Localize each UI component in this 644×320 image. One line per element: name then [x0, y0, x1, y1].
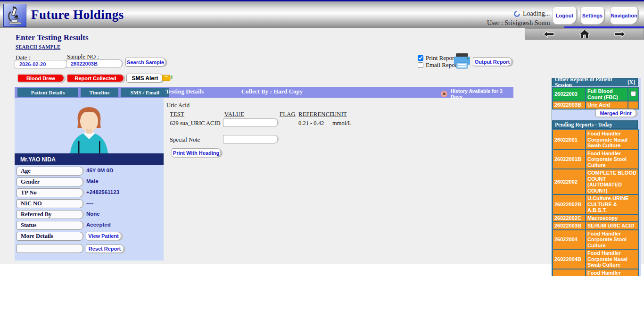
report-name: Food Handler Corporate Stool Culture [586, 269, 638, 277]
reset-report-button[interactable]: Reset Report [86, 244, 124, 253]
collect-by-label: Collect By : Hard Copy [241, 88, 303, 95]
test-reference: 0.21 - 0.42 [298, 120, 324, 127]
pending-reports-header: Pending Reports - Today [552, 120, 638, 129]
pending-report-row[interactable]: 26022001B Food Handler Corporate Stool C… [553, 150, 638, 169]
report-name: SERUM URIC ACID [586, 222, 638, 230]
tab-timeline[interactable]: Timeline [81, 88, 118, 97]
other-reports-title: Other Reports of Patient Session [555, 78, 627, 88]
sms-alert-button[interactable]: SMS Alert [126, 74, 164, 83]
report-name: Macroscopy [586, 214, 638, 222]
blood-drew-button[interactable]: Blood Drew [17, 74, 65, 83]
envelope-icon [162, 74, 173, 82]
merged-print-button[interactable]: Merged Print [595, 109, 637, 117]
pending-reports-table: 26022001 Food Handler Corporate Nasal Sw… [552, 129, 639, 276]
pending-report-row[interactable]: 26022002C Macroscopy [553, 214, 638, 222]
report-name: U.Culture-URINE CULTURE & A.B.S.T. [586, 194, 638, 214]
row-label: Status [17, 221, 84, 230]
report-id: 26022003 [553, 87, 586, 101]
app-header: Future Holdings Loading... User : Srivig… [0, 0, 644, 28]
row-label: Gender [17, 177, 84, 186]
brand-title: Future Holdings [31, 8, 124, 22]
report-checkbox-cell [628, 101, 638, 109]
spinner-icon [512, 9, 521, 18]
test-value-input[interactable] [223, 118, 279, 127]
row-value: Accepted [86, 222, 111, 227]
pending-report-row[interactable]: 26022005 Food Handler Corporate Stool Cu… [553, 269, 638, 277]
report-name: Food Handler Corporate Nasal Swab Cultur… [586, 130, 638, 150]
settings-button[interactable]: Settings [580, 7, 604, 25]
row-value: 45Y 0M 0D [86, 168, 113, 173]
pending-report-row[interactable]: 26022004 Food Handler Corporate Stool Cu… [553, 230, 638, 250]
other-report-row[interactable]: 26022003B Uric Acid [553, 101, 638, 109]
test-name: 629 sua_URIC ACID [170, 120, 221, 127]
output-report-button[interactable]: Output Report [473, 57, 512, 66]
sample-no-input[interactable] [66, 59, 123, 68]
special-note-input[interactable] [223, 135, 279, 143]
special-note-label: Special Note [170, 136, 200, 143]
report-id: 26022002B [553, 194, 586, 214]
page-title: Enter Testing Results [16, 33, 89, 42]
app-window: Future Holdings Loading... User : Srivig… [0, 0, 644, 320]
report-id: 26022003B [553, 222, 586, 230]
col-value: VALUE [224, 111, 244, 118]
view-patient-button[interactable]: View Patient [86, 232, 122, 240]
tab-patient-details[interactable]: Patient Details [17, 88, 78, 97]
search-sample-link[interactable]: SEARCH SAMPLE [16, 44, 60, 50]
pending-report-row[interactable]: 26022004B Food Handler Corporate Nasal S… [553, 249, 638, 269]
email-report-checkbox[interactable] [418, 62, 423, 68]
patient-row-tpno: TP No +2482561123 [15, 188, 164, 197]
report-name: Full Blood Count (FBC) [586, 87, 628, 101]
report-name: Uric Acid [586, 101, 628, 109]
pending-report-row[interactable]: 26022003B SERUM URIC ACID [553, 222, 638, 230]
printer-icon [453, 52, 471, 69]
section-tabbar: Patient Details Timeline SMS / Email Tes… [15, 87, 513, 98]
navigation-button[interactable]: Navigation [610, 7, 638, 25]
loading-text: Loading... [523, 10, 550, 17]
row-value: None [86, 211, 100, 217]
back-arrow-icon[interactable] [543, 31, 554, 38]
pending-report-row[interactable]: 26022001 Food Handler Corporate Nasal Sw… [553, 130, 638, 150]
history-navbar [525, 28, 644, 40]
email-report-option: Email Report [418, 61, 459, 69]
row-label: More Details [17, 232, 84, 241]
tab-sms-email[interactable]: SMS / Email [121, 88, 169, 97]
row-label: NIC NO [17, 199, 84, 208]
patient-panel: Mr.YAO NIDA Age 45Y 0M 0D Gender Male TP… [15, 98, 164, 261]
col-unit: UNIT [332, 111, 347, 118]
col-test: TEST [170, 111, 184, 118]
testing-details-title: Testing Details [165, 88, 204, 95]
history-icon [441, 91, 447, 97]
print-with-heading-button[interactable]: Print With Heading [172, 148, 222, 157]
header-accent-line [564, 26, 644, 28]
print-report-option: Print Report [418, 54, 456, 62]
report-collected-button[interactable]: Report Collected [66, 74, 124, 83]
other-reports-header: Other Reports of Patient Session [X] [552, 78, 638, 86]
other-report-row[interactable]: 26022003 Full Blood Count (FBC) [553, 87, 638, 101]
pending-report-row[interactable]: 26022002B U.Culture-URINE CULTURE & A.B.… [553, 194, 638, 214]
date-input[interactable] [15, 60, 68, 68]
row-label: Referred By [17, 210, 84, 219]
report-id: 26022001 [553, 130, 586, 150]
loading-indicator: Loading... [514, 10, 550, 17]
pending-report-row[interactable]: 26022002 COMPLETE BLOOD COUNT (AUTOMATED… [553, 169, 638, 194]
search-sample-button[interactable]: Search Sample [125, 58, 166, 67]
logout-button[interactable]: Logout [553, 7, 577, 25]
row-label: Age [17, 167, 84, 176]
patient-row-reset: Reset Report [15, 244, 164, 253]
pending-reports-title: Pending Reports - Today [555, 122, 612, 127]
row-value: ---- [86, 200, 93, 206]
report-select-checkbox[interactable] [631, 91, 636, 96]
col-reference: REFERENCE [298, 111, 333, 118]
print-report-checkbox[interactable] [418, 55, 423, 61]
patient-row-gender: Gender Male [15, 177, 164, 186]
close-icon[interactable]: [X] [627, 79, 635, 85]
patient-name: Mr.YAO NIDA [15, 153, 164, 165]
reports-side-panel: Other Reports of Patient Session [X] 260… [552, 78, 641, 276]
other-reports-table: 26022003 Full Blood Count (FBC) 26022003… [552, 87, 639, 109]
home-icon[interactable] [579, 30, 590, 38]
report-name: Food Handler Corporate Stool Culture [586, 230, 638, 250]
history-note: History Available for 3 Days [441, 88, 513, 100]
patient-row-referredby: Referred By None [15, 210, 164, 219]
patient-row-more-details: More Details View Patient [15, 232, 164, 241]
forward-arrow-icon[interactable] [614, 31, 626, 38]
